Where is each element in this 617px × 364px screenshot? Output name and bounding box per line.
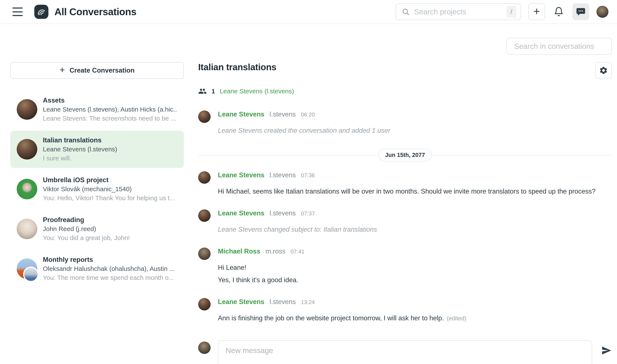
message-username: l.stevens <box>269 171 296 179</box>
conversation-list: Assets Leane Stevens (l.stevens), Austin… <box>10 91 184 287</box>
new-message-input[interactable] <box>218 340 592 364</box>
message-username: l.stevens <box>269 209 296 217</box>
participant-names[interactable]: Leane Stevens (l.stevens) <box>220 88 294 95</box>
conversation-avatar <box>17 179 37 199</box>
conversation-title: Assets <box>43 96 177 105</box>
message-author[interactable]: Michael Ross <box>218 247 260 255</box>
message-time: 07:36 <box>301 172 315 179</box>
conversation-title: Umbrella iOS project <box>43 176 177 184</box>
conversation-list-item[interactable]: Italian translations Leane Stevens (l.st… <box>10 130 184 168</box>
search-icon <box>402 8 410 16</box>
conversation-participants: Oleksandr Halushchak (ohalushcha), Austi… <box>43 264 177 273</box>
conversation-search-input[interactable] <box>507 38 612 55</box>
participant-count: 1 <box>212 88 215 95</box>
message-time: 07:41 <box>291 248 304 255</box>
message-author[interactable]: Leane Stevens <box>218 209 264 217</box>
composer-avatar <box>198 341 211 354</box>
conversation-preview: Leane Stevens: The screenshots need to b… <box>43 114 177 123</box>
conversation-sidebar: + Create Conversation Assets Leane Steve… <box>10 62 184 364</box>
message-line: Ann is finishing the job on the website … <box>218 313 612 323</box>
message-avatar <box>198 247 211 260</box>
create-conversation-label: Create Conversation <box>70 66 134 74</box>
message-username: m.ross <box>266 247 285 255</box>
people-icon <box>198 87 207 95</box>
chat-message: Leane Stevens l.stevens 07:37 Leane Stev… <box>198 209 612 234</box>
conversation-settings-button[interactable] <box>595 62 612 79</box>
message-avatar <box>198 110 211 123</box>
notifications-button[interactable] <box>552 3 565 20</box>
hamburger-icon[interactable] <box>13 8 23 16</box>
conversation-title: Italian translations <box>43 136 177 145</box>
page-title: All Conversations <box>54 6 136 18</box>
message-author[interactable]: Leane Stevens <box>218 298 264 306</box>
message-composer <box>198 340 612 364</box>
message-line: Hi Michael, seems like Italian translati… <box>218 187 612 196</box>
top-bar: All Conversations / + <box>0 0 617 24</box>
message-time: 07:37 <box>301 210 315 217</box>
conversation-avatar <box>17 259 37 279</box>
conversation-avatar <box>17 99 37 120</box>
conversation-avatar <box>17 139 37 159</box>
search-input[interactable] <box>414 8 507 16</box>
conversation-title: Proofreading <box>43 215 177 224</box>
projects-search: / <box>396 3 521 20</box>
conversation-preview: You: You did a great job, John! <box>43 234 177 242</box>
send-button[interactable] <box>601 345 612 356</box>
message-avatar <box>198 298 211 311</box>
conversation-list-item[interactable]: Assets Leane Stevens (l.stevens), Austin… <box>10 91 184 128</box>
message-text: Hi Michael, seems like Italian translati… <box>218 187 612 196</box>
message-text: Leane Stevens changed subject to: Italia… <box>218 225 612 234</box>
date-divider: Jun 15th, 2077 <box>198 149 612 161</box>
message-avatar <box>198 209 211 222</box>
participants-row: 1 Leane Stevens (l.stevens) <box>198 87 612 95</box>
content-area: + Create Conversation Assets Leane Steve… <box>0 24 617 364</box>
edited-tag: (edited) <box>447 315 467 322</box>
message-time: 13:24 <box>301 299 315 306</box>
message-username: l.stevens <box>269 298 296 306</box>
conversation-title: Monthly reports <box>43 255 177 264</box>
conversation-participants: Leane Stevens (l.stevens) <box>43 145 177 154</box>
conversation-participants: Leane Stevens (l.stevens), Austin Hicks … <box>43 105 177 114</box>
chat-title: Italian translations <box>198 62 276 72</box>
message-text: Leane Stevens created the conversation a… <box>218 126 612 135</box>
message-list: Leane Stevens l.stevens 06:20 Leane Stev… <box>198 110 612 336</box>
user-avatar[interactable] <box>596 6 608 18</box>
conversation-participants: John Reed (j.reed) <box>43 224 177 234</box>
chat-message: Michael Ross m.ross 07:41 Hi Leane!Yes, … <box>198 247 612 285</box>
add-icon: + <box>534 6 540 17</box>
message-line: Hi Leane! <box>218 263 612 272</box>
conversation-preview: You: The more time we spend each month o… <box>43 273 177 282</box>
create-conversation-button[interactable]: + Create Conversation <box>10 62 184 79</box>
message-line: Leane Stevens created the conversation a… <box>218 126 612 135</box>
conversation-participants: Viktor Slovák (mechanic_1540) <box>43 184 177 194</box>
chat-message: Leane Stevens l.stevens 06:20 Leane Stev… <box>198 110 612 135</box>
message-username: l.stevens <box>269 110 296 118</box>
conversation-avatar <box>17 219 37 239</box>
conversation-preview: I sure will. <box>43 154 177 163</box>
message-line: Leane Stevens changed subject to: Italia… <box>218 225 612 234</box>
conversation-preview: You: Hello, Viktor! Thank You for helpin… <box>43 194 177 203</box>
app-logo <box>34 5 48 19</box>
shortcut-key: / <box>507 6 516 18</box>
bell-icon <box>554 7 564 17</box>
conversation-list-item[interactable]: Proofreading John Reed (j.reed) You: You… <box>10 210 184 247</box>
message-text: Ann is finishing the job on the website … <box>218 313 612 323</box>
send-icon <box>601 345 612 356</box>
chat-message: Leane Stevens l.stevens 07:36 Hi Michael… <box>198 171 612 196</box>
gear-icon <box>599 66 608 75</box>
message-line: Yes, I think it's a good idea. <box>218 275 612 285</box>
conversation-list-item[interactable]: Umbrella iOS project Viktor Slovák (mech… <box>10 170 184 208</box>
chat-message: Leane Stevens l.stevens 13:24 Ann is fin… <box>198 298 612 323</box>
conversation-list-item[interactable]: Monthly reports Oleksandr Halushchak (oh… <box>10 250 184 287</box>
add-button[interactable]: + <box>528 3 545 20</box>
message-author[interactable]: Leane Stevens <box>218 110 264 118</box>
plus-icon: + <box>60 65 65 75</box>
conversations-button[interactable] <box>572 3 589 20</box>
message-avatar <box>198 171 211 184</box>
message-text: Hi Leane!Yes, I think it's a good idea. <box>218 263 612 285</box>
message-time: 06:20 <box>301 111 315 118</box>
chat-panel: Italian translations 1 Leane Stevens (l.… <box>198 62 612 364</box>
date-divider-label: Jun 15th, 2077 <box>378 149 432 161</box>
message-author[interactable]: Leane Stevens <box>218 171 264 179</box>
chat-bubble-icon <box>576 7 586 17</box>
